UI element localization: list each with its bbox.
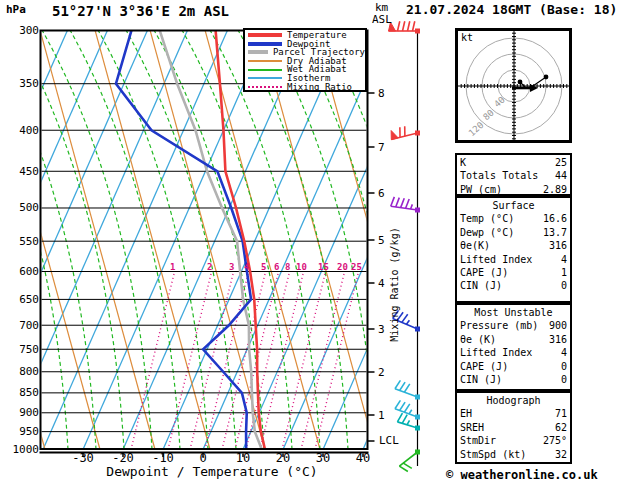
- row-label: PW (cm): [460, 183, 502, 196]
- table-row: SREH62: [460, 421, 567, 434]
- km-tick-label: 6: [378, 187, 385, 200]
- row-label: CAPE (J): [460, 360, 508, 373]
- legend-swatch: [248, 42, 282, 46]
- hodograph_stats-table-title: Hodograph: [460, 394, 567, 407]
- row-label: Lifted Index: [460, 346, 532, 359]
- copyright-label: © weatheronline.co.uk: [446, 468, 598, 482]
- table-row: Lifted Index4: [460, 346, 567, 359]
- wind-barb: [395, 380, 420, 399]
- table-row: Pressure (mb)900: [460, 319, 567, 332]
- mixing-ratio-value: 8: [285, 262, 290, 272]
- table-row: PW (cm)2.89: [460, 183, 567, 196]
- legend-swatch: [248, 69, 282, 71]
- legend-item: Mixing Ratio: [248, 83, 365, 92]
- table-row: StmDir275°: [460, 434, 567, 447]
- row-value: 275°: [543, 434, 567, 447]
- row-label: K: [460, 156, 466, 169]
- table-row: Dewp (°C)13.7: [460, 226, 567, 239]
- km-tick-label: 1: [378, 409, 385, 422]
- table-row: θe (K)316: [460, 333, 567, 346]
- most_unstable-table-title: Most Unstable: [460, 306, 567, 319]
- legend-label: Mixing Ratio: [287, 83, 352, 92]
- table-row: CIN (J)0: [460, 373, 567, 386]
- mixing-ratio-value: 15: [318, 262, 329, 272]
- table-row: CAPE (J)1: [460, 266, 567, 279]
- surface-table-title: Surface: [460, 199, 567, 212]
- table-row: Totals Totals44: [460, 169, 567, 182]
- mixing-ratio-value: 4: [244, 262, 249, 272]
- legend-swatch: [248, 77, 282, 79]
- row-value: 44: [555, 169, 567, 182]
- km-tick-label: 3: [378, 323, 385, 336]
- mixing-ratio-value: 25: [351, 262, 362, 272]
- row-label: CAPE (J): [460, 266, 508, 279]
- pressure-tick-label: 750: [9, 343, 39, 356]
- row-label: Pressure (mb): [460, 319, 538, 332]
- row-label: StmSpd (kt): [460, 448, 526, 461]
- temperature-tick-label: 40: [343, 451, 383, 465]
- row-label: CIN (J): [460, 279, 502, 292]
- temperature-tick-label: -10: [143, 451, 183, 465]
- table-row: StmSpd (kt)32: [460, 448, 567, 461]
- station-title: 51°27'N 3°36'E 2m ASL: [52, 3, 229, 19]
- row-value: 0: [561, 360, 567, 373]
- table-row: K25: [460, 156, 567, 169]
- pressure-tick-label: 650: [9, 293, 39, 306]
- temperature-tick-label: 20: [263, 451, 303, 465]
- pressure-tick-label: 450: [9, 165, 39, 178]
- datetime-label: 21.07.2024 18GMT (Base: 18): [406, 2, 617, 17]
- row-value: 71: [555, 407, 567, 420]
- pressure-unit-label: hPa: [6, 3, 26, 16]
- wind-barb: [391, 197, 420, 213]
- temperature-tick-label: -30: [63, 451, 103, 465]
- row-label: Dewp (°C): [460, 226, 514, 239]
- pressure-tick-label: 500: [9, 201, 39, 214]
- km-tick-label: 7: [378, 141, 385, 154]
- temperature-tick-label: 10: [223, 451, 263, 465]
- legend-swatch: [248, 60, 282, 62]
- pressure-tick-label: 900: [9, 406, 39, 419]
- stability-indices-table: K25Totals Totals44PW (cm)2.89: [455, 153, 572, 196]
- row-value: 2.89: [543, 183, 567, 196]
- pressure-tick-label: 550: [9, 235, 39, 248]
- hodograph-panel: kt 4080120: [455, 28, 572, 143]
- row-value: 316: [549, 239, 567, 252]
- surface-table: SurfaceTemp (°C)16.6Dewp (°C)13.7θe(K)31…: [455, 196, 572, 303]
- row-value: 4: [561, 253, 567, 266]
- pressure-tick-label: 850: [9, 386, 39, 399]
- row-label: θe(K): [460, 239, 490, 252]
- mixing-ratio-value: 10: [296, 262, 307, 272]
- row-value: 16.6: [543, 212, 567, 225]
- table-row: θe(K)316: [460, 239, 567, 252]
- table-row: Lifted Index4: [460, 253, 567, 266]
- pressure-tick-label: 350: [9, 77, 39, 90]
- most-unstable-table: Most UnstablePressure (mb)900θe (K)316Li…: [455, 303, 572, 391]
- pressure-tick-label: 950: [9, 425, 39, 438]
- pressure-tick-label: 300: [9, 24, 39, 37]
- row-label: Totals Totals: [460, 169, 538, 182]
- row-value: 900: [549, 319, 567, 332]
- hodograph-unit-label: kt: [461, 32, 473, 43]
- mixing-ratio-axis-title: Mixing Ratio (g/kg): [389, 225, 400, 345]
- mixing-ratio-value: 2: [207, 262, 212, 272]
- row-label: Lifted Index: [460, 253, 532, 266]
- mixing-ratio-value: 5: [261, 262, 266, 272]
- temperature-tick-label: -20: [103, 451, 143, 465]
- pressure-tick-label: 1000: [9, 443, 39, 456]
- altitude-unit-asl: ASL: [372, 13, 392, 26]
- row-value: 0: [561, 373, 567, 386]
- pressure-tick-label: 700: [9, 319, 39, 332]
- wind-barb: [389, 21, 421, 33]
- mixing-ratio-value: 6: [274, 262, 279, 272]
- km-tick-label: 4: [378, 277, 385, 290]
- row-label: StmDir: [460, 434, 496, 447]
- row-label: CIN (J): [460, 373, 502, 386]
- row-value: 4: [561, 346, 567, 359]
- legend-swatch: [248, 86, 282, 88]
- table-row: EH71: [460, 407, 567, 420]
- row-value: 0: [561, 279, 567, 292]
- legend-swatch: [248, 50, 268, 54]
- row-label: SREH: [460, 421, 484, 434]
- wind-barb: [391, 126, 420, 139]
- row-value: 1: [561, 266, 567, 279]
